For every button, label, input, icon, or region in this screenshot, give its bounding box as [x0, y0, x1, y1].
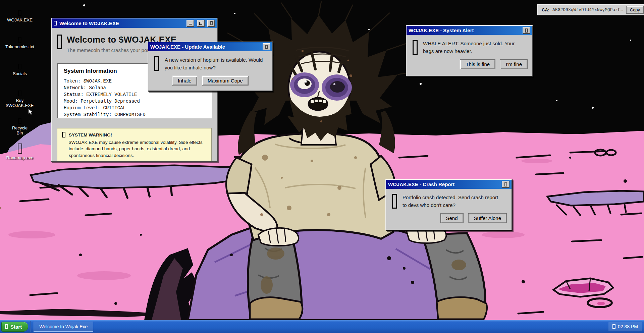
desktop-icon-buy-wojak[interactable]: Buy $WOJAK.EXE: [4, 91, 36, 108]
taskbar-item-welcome-window[interactable]: Welcome to Wojak Exe: [34, 322, 93, 332]
maximize-icon: [199, 22, 202, 25]
sysinfo-mood: Mood: Perpetually Depressed: [64, 98, 205, 105]
maximum-cope-button[interactable]: Maximum Cope: [202, 76, 249, 86]
minimize-icon: [189, 22, 192, 24]
recycle-bin-icon: [18, 118, 21, 124]
close-icon: [504, 182, 507, 186]
alert-dialog-titlebar[interactable]: WOJAK.EXE - System Alert: [407, 26, 532, 35]
window-icon: [54, 21, 57, 25]
contract-address-bar: CA: AKG2D9XqWfvD1U4YxNwyMQPazF… Copy: [537, 4, 644, 15]
mouse-cursor: [28, 109, 34, 115]
close-icon: [525, 29, 528, 33]
clock-icon: [612, 324, 615, 329]
inhale-button[interactable]: Inhale: [172, 76, 197, 86]
dialog-title: WOJAK.EXE - Crash Report: [388, 181, 454, 187]
copy-button[interactable]: Copy: [626, 6, 644, 14]
close-button[interactable]: [263, 43, 270, 50]
file-icon: [18, 91, 21, 96]
close-button[interactable]: [523, 27, 530, 34]
desktop-icon-label: WOJAK.EXE: [7, 18, 33, 23]
taskbar: Start Welcome to Wojak Exe 02:38 PM: [0, 320, 644, 333]
minimize-button[interactable]: [186, 20, 194, 27]
clock-time: 02:38 PM: [618, 324, 638, 329]
sysinfo-stability: System Stability: COMPROMISED: [64, 111, 205, 118]
contract-address: AKG2D9XqWfvD1U4YxNwyMQPazF…: [552, 7, 623, 12]
desktop-icon-wojak-exe[interactable]: WOJAK.EXE: [4, 10, 36, 23]
close-icon: [265, 45, 268, 49]
system-alert-dialog: WOJAK.EXE - System Alert WHALE ALERT: So…: [406, 25, 533, 76]
crash-report-dialog: WOJAK.EXE - Crash Report Portfolio crash…: [385, 179, 512, 230]
start-button[interactable]: Start: [1, 322, 28, 332]
warning-heading: SYSTEM WARNING!: [69, 132, 207, 138]
start-label: Start: [10, 324, 22, 330]
dialog-message: WHALE ALERT: Someone just sold. Your bag…: [423, 40, 522, 55]
ca-label: CA:: [542, 7, 549, 12]
desktop-icon-tokenomics[interactable]: Tokenomics.txt: [4, 37, 36, 50]
desktop-icon-label: Roadmap.exe: [6, 156, 34, 161]
file-icon: [18, 37, 21, 43]
suffer-alone-button[interactable]: Suffer Alone: [468, 213, 507, 223]
dialog-info-icon: [392, 194, 397, 209]
dialog-message: A new version of hopium is available. Wo…: [165, 56, 265, 71]
close-button[interactable]: [207, 20, 215, 27]
crash-dialog-titlebar[interactable]: WOJAK.EXE - Crash Report: [386, 180, 512, 189]
wojak-app-icon: [57, 35, 62, 49]
desktop: WOJAK.EXE Tokenomics.txt Socials Buy $WO…: [0, 0, 644, 333]
this-is-fine-button[interactable]: This is fine: [460, 59, 495, 69]
update-dialog: WOJAK.EXE - Update Available A new versi…: [148, 42, 273, 91]
window-title: Welcome to WOJAK.EXE: [59, 20, 119, 26]
warning-icon: [62, 132, 65, 137]
desktop-icon-recycle-bin[interactable]: Recycle Bin: [4, 118, 36, 136]
sysinfo-status: Status: EXTREMELY VOLATILE: [64, 91, 205, 98]
maximize-button[interactable]: [197, 20, 205, 27]
dialog-message: Portfolio crash detected. Send crash rep…: [402, 194, 502, 209]
dialog-info-icon: [413, 40, 418, 55]
taskbar-clock[interactable]: 02:38 PM: [608, 322, 642, 331]
start-icon: [5, 324, 8, 329]
desktop-icon-label: Socials: [13, 71, 27, 76]
im-fine-button[interactable]: I'm fine: [500, 59, 528, 69]
taskbar-separator: [30, 321, 31, 332]
desktop-icon-label: Tokenomics.txt: [5, 45, 34, 50]
dialog-title: WOJAK.EXE - System Alert: [409, 27, 474, 33]
desktop-icon-label: Recycle Bin: [10, 126, 30, 136]
file-icon: [18, 10, 21, 16]
desktop-icon-label: Buy $WOJAK.EXE: [5, 98, 35, 108]
dialog-info-icon: [154, 56, 159, 71]
system-warning-box: SYSTEM WARNING! $WOJAK.EXE may cause ext…: [57, 128, 212, 161]
send-button[interactable]: Send: [440, 213, 464, 223]
close-button[interactable]: [502, 181, 509, 188]
update-dialog-titlebar[interactable]: WOJAK.EXE - Update Available: [148, 42, 272, 51]
taskbar-item-label: Welcome to Wojak Exe: [39, 324, 88, 329]
desktop-icon-roadmap[interactable]: Roadmap.exe: [4, 144, 36, 161]
file-icon: [18, 64, 21, 69]
desktop-icon-socials[interactable]: Socials: [4, 64, 36, 76]
file-icon: [18, 144, 22, 154]
warning-body: $WOJAK.EXE may cause extreme emotional v…: [69, 140, 203, 158]
dialog-title: WOJAK.EXE - Update Available: [150, 44, 225, 50]
main-window-titlebar[interactable]: Welcome to WOJAK.EXE: [52, 18, 217, 28]
close-icon: [210, 21, 213, 25]
sysinfo-hopium: Hopium Level: CRITICAL: [64, 105, 205, 111]
